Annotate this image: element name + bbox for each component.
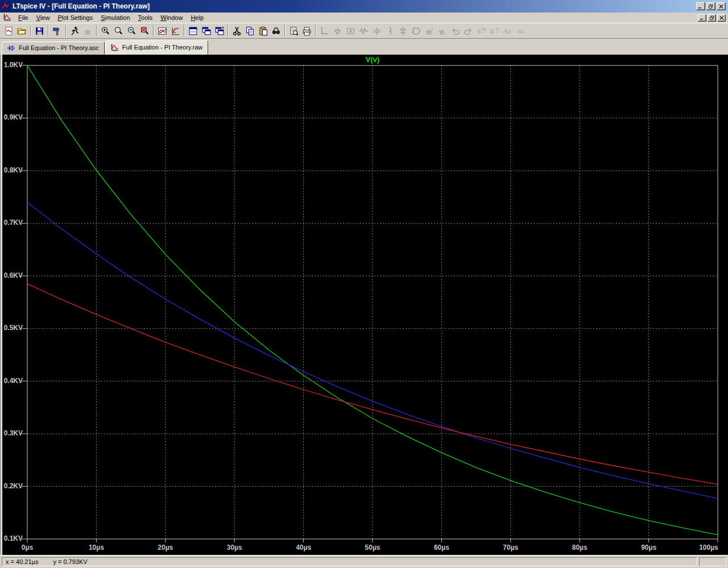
window-title: LTspice IV - [Full Equation - PI Theory.…: [13, 2, 696, 10]
menu-bar: FileViewPlot SettingsSimulationToolsWind…: [0, 13, 728, 23]
y-axis-label: 0.4KV: [1, 377, 23, 385]
menu-item-view[interactable]: View: [32, 13, 54, 22]
svg-text:F: F: [478, 27, 482, 35]
rotate-icon: F: [475, 24, 488, 38]
undo-icon: [449, 24, 462, 38]
component-icon: [410, 24, 423, 38]
y-axis-label: 0.8KV: [1, 166, 23, 174]
autorange-y-icon[interactable]: [156, 24, 169, 38]
zoom-back-icon[interactable]: [112, 24, 125, 38]
menu-item-plot-settings[interactable]: Plot Settings: [53, 13, 97, 22]
open-folder-icon[interactable]: [15, 24, 28, 38]
tab-schematic-asc[interactable]: Full Equation - PI Theory.asc: [2, 42, 105, 55]
y-axis-label: 0.6KV: [1, 271, 23, 279]
waveform-plot-area[interactable]: V(v) 1.0KV0.9KV0.8KV0.7KV0.6KV0.5KV0.4KV…: [0, 55, 728, 555]
resistor-icon: [357, 24, 370, 38]
waveform-plot-canvas[interactable]: [0, 55, 728, 555]
minimize-button[interactable]: [696, 2, 705, 10]
zoom-area-icon[interactable]: [99, 24, 112, 38]
svg-text:Aa: Aa: [503, 28, 511, 35]
zoom-extents-icon[interactable]: [138, 24, 151, 38]
y-axis-label: 0.2KV: [1, 482, 23, 490]
y-axis-label: 0.3KV: [1, 429, 23, 437]
text-icon: Aa: [501, 24, 514, 38]
title-bar: LTspice IV - [Full Equation - PI Theory.…: [0, 0, 728, 13]
restore-button[interactable]: [706, 2, 715, 10]
toolbar-separator: [96, 25, 97, 36]
menu-item-file[interactable]: File: [14, 13, 32, 22]
x-axis-label: 70µs: [493, 544, 529, 551]
y-axis-label: 0.1KV: [1, 534, 23, 542]
label-net-icon: [344, 24, 357, 38]
toolbar: FFAa.op: [0, 23, 728, 39]
window-frame-edge: [0, 55, 2, 555]
drag-icon: [436, 24, 449, 38]
y-axis-label: 0.9KV: [1, 113, 23, 121]
close-button[interactable]: [717, 2, 726, 10]
move-icon: [423, 24, 436, 38]
capacitor-icon: [370, 24, 383, 38]
diode-icon: [396, 24, 410, 38]
toolbar-separator: [315, 25, 316, 36]
mdi-restore-button[interactable]: [708, 14, 716, 22]
toolbar-separator: [153, 25, 154, 36]
x-axis-label: 80µs: [561, 544, 598, 551]
cut-icon[interactable]: [230, 24, 243, 38]
document-waveform-icon: [2, 13, 12, 22]
cursor-x-readout: x = 40.21µs: [6, 558, 38, 565]
toolbar-separator: [30, 25, 31, 36]
control-panel-icon[interactable]: [51, 24, 64, 38]
tab-label: Full Equation - PI Theory.asc: [19, 44, 99, 51]
print-icon[interactable]: [300, 24, 313, 38]
print-preview-icon[interactable]: [287, 24, 300, 38]
x-axis-label: 60µs: [423, 544, 460, 551]
zoom-fit-icon[interactable]: [169, 24, 182, 38]
x-axis-label: 20µs: [147, 544, 184, 551]
paste-icon[interactable]: [257, 24, 270, 38]
menu-item-window[interactable]: Window: [156, 13, 187, 22]
save-icon[interactable]: [33, 24, 46, 38]
redo-icon: [462, 24, 475, 38]
svg-text:.op: .op: [516, 28, 524, 34]
tab-label: Full Equation - PI Theory.raw: [122, 44, 202, 51]
menu-item-tools[interactable]: Tools: [134, 13, 157, 22]
tab-bar: Full Equation - PI Theory.asc Full Equat…: [0, 39, 728, 55]
toolbar-separator: [65, 25, 67, 36]
toolbar-separator: [228, 25, 229, 36]
tile-vertical-icon[interactable]: [213, 24, 226, 38]
x-axis-label: 0µs: [9, 544, 46, 551]
schematic-icon: [6, 44, 16, 52]
waveform-icon: [110, 43, 119, 52]
find-icon[interactable]: [270, 24, 283, 38]
wire-icon: [318, 24, 331, 38]
mdi-close-button[interactable]: [717, 14, 726, 22]
zoom-out-icon[interactable]: [125, 24, 138, 38]
svg-text:F: F: [491, 27, 495, 35]
toolbar-separator: [48, 25, 49, 36]
tab-waveform-raw[interactable]: Full Equation - PI Theory.raw: [105, 40, 208, 55]
new-file-icon[interactable]: [2, 24, 15, 38]
halt-icon: [81, 24, 94, 38]
menu-item-simulation[interactable]: Simulation: [97, 13, 134, 22]
spice-directive-icon: .op: [514, 24, 527, 38]
y-axis-label: 0.7KV: [1, 219, 23, 227]
cascade-windows-icon[interactable]: [200, 24, 213, 38]
menu-item-help[interactable]: Help: [187, 13, 208, 22]
trace-legend[interactable]: V(v): [27, 55, 718, 64]
ltspice-app-icon: [1, 2, 10, 11]
cursor-y-readout: y = 0.793KV: [53, 558, 87, 565]
tile-horizontal-icon[interactable]: [187, 24, 200, 38]
status-bar: x = 40.21µs y = 0.793KV: [0, 555, 728, 568]
x-axis-label: 50µs: [354, 544, 391, 551]
status-extra-pane: [699, 557, 726, 566]
x-axis-label: 30µs: [216, 544, 253, 551]
mdi-minimize-button[interactable]: [698, 14, 706, 22]
x-axis-label: 10µs: [78, 544, 114, 551]
toolbar-separator: [284, 25, 286, 36]
run-icon[interactable]: [68, 24, 81, 38]
y-axis-label: 0.5KV: [1, 324, 23, 332]
copy-icon[interactable]: [243, 24, 257, 38]
inductor-icon: [383, 24, 396, 38]
ground-icon: [331, 24, 344, 38]
toolbar-separator: [184, 25, 185, 36]
